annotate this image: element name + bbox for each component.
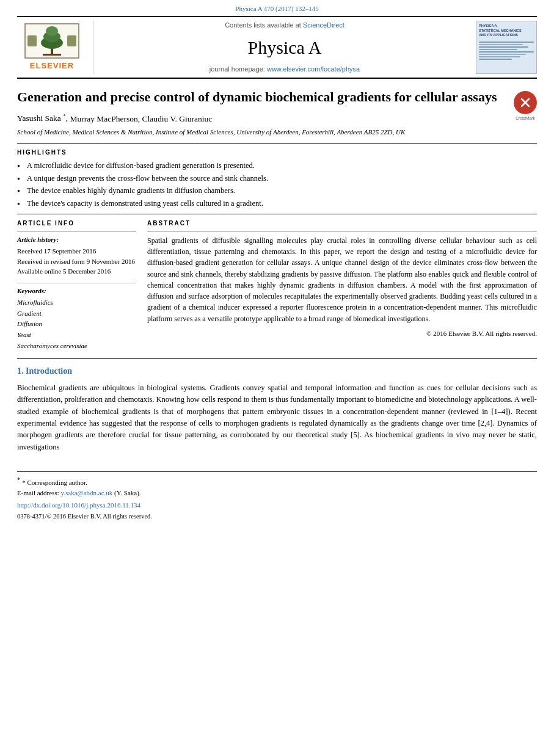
abstract-label: ABSTRACT <box>147 219 537 228</box>
crossmark-icon <box>519 96 532 109</box>
article-info-col: ARTICLE INFO Article history: Received 1… <box>17 219 136 351</box>
top-bar: Physica A 470 (2017) 132–145 <box>0 0 554 16</box>
crossmark-label: CrossMark <box>514 115 537 121</box>
issn-line: 0378-4371/© 2016 Elsevier B.V. All right… <box>17 512 537 522</box>
keyword-2: Gradient <box>17 308 136 319</box>
footnote-area: * * Corresponding author. E-mail address… <box>17 471 537 521</box>
authors-line: Yasushi Saka *, Murray MacPherson, Claud… <box>17 112 537 125</box>
journal-name-display: Physica A <box>248 35 322 60</box>
email-label: E-mail address: <box>17 489 59 496</box>
highlight-item-4: ● The device's capacity is demonstrated … <box>17 198 537 209</box>
paper-content: CrossMark Generation and precise control… <box>17 79 537 521</box>
elsevier-tree-icon <box>24 23 79 59</box>
elsevier-wordmark: ELSEVIER <box>30 60 74 71</box>
author-3: Claudiu V. Giuraniuc <box>142 114 213 123</box>
highlights-list: ● A microfluidic device for diffusion-ba… <box>17 161 537 209</box>
journal-reference: Physica A 470 (2017) 132–145 <box>235 5 318 12</box>
homepage-line: journal homepage: www.elsevier.com/locat… <box>210 65 360 74</box>
title-area: CrossMark Generation and precise control… <box>17 89 537 106</box>
intro-number: 1. <box>17 366 24 376</box>
journal-header: ELSEVIER Contents lists available at Sci… <box>17 16 537 79</box>
divider-abstract <box>147 231 537 232</box>
svg-rect-8 <box>67 35 76 46</box>
available-date: Available online 5 December 2016 <box>17 266 136 277</box>
abstract-text: Spatial gradients of diffusible signalli… <box>147 235 537 324</box>
divider-3 <box>17 358 537 359</box>
introduction-section: 1. Introduction Biochemical gradients ar… <box>17 365 537 453</box>
email-suffix: (Y. Saka). <box>114 489 140 496</box>
received-date: Received 17 September 2016 <box>17 246 136 256</box>
footnote-star: * <box>17 476 21 483</box>
doi-line: http://dx.doi.org/10.1016/j.physa.2016.1… <box>17 500 537 511</box>
copyright-line: © 2016 Elsevier B.V. All rights reserved… <box>147 329 537 338</box>
keyword-5: Saccharomyces cerevisiae <box>17 341 136 352</box>
history-label: Article history: <box>17 235 136 244</box>
crossmark-badge[interactable]: CrossMark <box>514 91 537 121</box>
homepage-link[interactable]: www.elsevier.com/locate/physa <box>267 65 360 73</box>
keyword-4: Yeast <box>17 330 136 341</box>
intro-heading: 1. Introduction <box>17 365 537 377</box>
revised-date: Received in revised form 9 November 2016 <box>17 256 136 267</box>
svg-rect-5 <box>43 54 61 56</box>
intro-title: Introduction <box>26 366 72 376</box>
keyword-3: Diffusion <box>17 319 136 330</box>
divider-info <box>17 231 136 232</box>
highlight-item-2: ● A unique design prevents the cross-flo… <box>17 173 537 184</box>
svg-point-4 <box>46 26 58 36</box>
author-2: Murray MacPherson, <box>70 114 142 123</box>
thumbnail-header: PHYSICA ASTATISTICAL MECHANICSAND ITS AP… <box>479 24 534 37</box>
journal-thumbnail: PHYSICA ASTATISTICAL MECHANICSAND ITS AP… <box>476 21 537 74</box>
divider-2 <box>17 214 537 214</box>
highlight-item-3: ● The device enables highly dynamic grad… <box>17 186 537 197</box>
keyword-1: Microfluidics <box>17 297 136 308</box>
abstract-col: ABSTRACT Spatial gradients of diffusible… <box>147 219 537 351</box>
highlights-label: HIGHLIGHTS <box>17 148 537 157</box>
author-1: Yasushi Saka *, <box>17 114 70 123</box>
divider-1 <box>17 143 537 144</box>
contents-available: Contents lists available at ScienceDirec… <box>225 21 344 30</box>
email-link[interactable]: y.saka@abdn.ac.uk <box>60 489 112 496</box>
paper-title: Generation and precise control of dynami… <box>17 89 537 106</box>
highlight-item-1: ● A microfluidic device for diffusion-ba… <box>17 161 537 172</box>
affiliation: School of Medicine, Medical Sciences & N… <box>17 128 537 137</box>
elsevier-logo: ELSEVIER <box>17 21 93 74</box>
journal-center: Contents lists available at ScienceDirec… <box>93 21 476 74</box>
svg-rect-7 <box>27 35 37 46</box>
intro-paragraph-1: Biochemical gradients are ubiquitous in … <box>17 382 537 453</box>
two-col-area: ARTICLE INFO Article history: Received 1… <box>17 219 537 351</box>
footnote-corresponding: * * Corresponding author. <box>17 475 537 487</box>
keywords-label: Keywords: <box>17 286 136 296</box>
footnote-email-line: E-mail address: y.saka@abdn.ac.uk (Y. Sa… <box>17 489 537 498</box>
thumbnail-lines <box>479 40 534 61</box>
article-info-label: ARTICLE INFO <box>17 219 136 228</box>
divider-kw <box>17 283 136 283</box>
sciencedirect-link[interactable]: ScienceDirect <box>303 21 344 29</box>
doi-link[interactable]: http://dx.doi.org/10.1016/j.physa.2016.1… <box>17 501 140 509</box>
